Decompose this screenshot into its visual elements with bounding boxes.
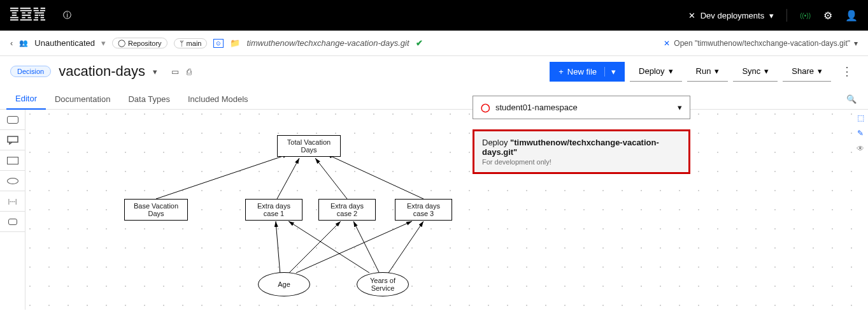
page-title: vacation-days xyxy=(59,63,145,80)
chevron-down-icon: ▾ xyxy=(678,103,682,112)
chevron-down-icon[interactable]: ▾ xyxy=(854,39,858,48)
chevron-down-icon: ▾ xyxy=(715,66,719,76)
gear-icon[interactable]: ⚙ xyxy=(823,10,832,22)
openshift-icon: ◯ xyxy=(481,103,490,112)
back-icon[interactable]: ‹ xyxy=(10,38,13,48)
shape-palette: |---| xyxy=(0,110,25,310)
svg-rect-1 xyxy=(10,10,18,11)
eye-icon[interactable]: 👁 xyxy=(857,144,864,153)
palette-rounded-rect[interactable] xyxy=(0,110,25,130)
breadcrumb-bar: ‹ 👥 Unauthenticated ▾ ◯ Repository ᛘ mai… xyxy=(0,31,868,56)
tab-data-types[interactable]: Data Types xyxy=(119,89,179,109)
title-bar: Decision vacation-days ▾ ▭ ⎙ + New file … xyxy=(0,56,868,87)
deploy-button[interactable]: Deploy ▾ xyxy=(630,61,681,82)
kebab-menu-icon[interactable]: ⋮ xyxy=(836,64,858,78)
svg-rect-6 xyxy=(20,8,31,9)
svg-rect-19 xyxy=(39,12,44,13)
auth-status[interactable]: Unauthenticated xyxy=(34,38,95,48)
run-button[interactable]: Run ▾ xyxy=(687,61,729,82)
palette-text[interactable]: |---| xyxy=(0,191,25,212)
palette-oval[interactable] xyxy=(0,171,25,191)
dev-deployments-label: Dev deployments xyxy=(701,11,764,20)
repo-path: timwuthenow/techxchange-vacation-days.gi… xyxy=(246,38,409,48)
diagram-canvas[interactable]: Total Vacation Days Base Vacation Days E… xyxy=(25,110,853,310)
palette-rect[interactable] xyxy=(0,150,25,171)
divider xyxy=(786,9,787,22)
decision-badge: Decision xyxy=(10,66,51,77)
chevron-down-icon: ▾ xyxy=(669,66,673,76)
sync-button[interactable]: Sync ▾ xyxy=(733,61,778,82)
branch-icon: ᛘ xyxy=(180,40,184,47)
branch-chip[interactable]: ᛘ main xyxy=(174,38,208,48)
new-file-button[interactable]: + New file ▾ xyxy=(550,62,625,82)
chevron-down-icon: ▾ xyxy=(818,66,822,76)
dev-deployments-menu[interactable]: ✕ Dev deployments ▾ xyxy=(688,11,774,20)
tab-editor[interactable]: Editor xyxy=(6,89,46,110)
node-age[interactable]: Age xyxy=(258,272,310,296)
svg-rect-2 xyxy=(12,12,17,13)
search-icon[interactable]: 🔍 xyxy=(841,89,862,109)
status-indicator-icon[interactable]: ((•)) xyxy=(800,12,811,19)
svg-rect-13 xyxy=(20,19,32,20)
tab-documentation[interactable]: Documentation xyxy=(46,89,119,109)
svg-line-30 xyxy=(315,158,347,199)
top-header: ⓘ ✕ Dev deployments ▾ ((•)) ⚙ 👤 xyxy=(0,0,868,31)
svg-rect-0 xyxy=(10,8,18,9)
svg-line-34 xyxy=(296,221,412,273)
vscode-icon: ✕ xyxy=(664,39,670,48)
deploy-item-subtitle: For development only! xyxy=(482,158,681,166)
chevron-down-icon[interactable]: ▾ xyxy=(153,67,157,76)
folder-icon: 📁 xyxy=(230,38,240,48)
plus-icon: + xyxy=(559,67,564,76)
info-icon[interactable]: ⓘ xyxy=(63,10,71,21)
satellite-icon: ✕ xyxy=(688,11,695,20)
chevron-down-icon: ▾ xyxy=(769,11,774,20)
svg-rect-22 xyxy=(41,15,45,16)
svg-rect-14 xyxy=(34,8,38,9)
ibm-logo[interactable] xyxy=(10,8,45,24)
share-button[interactable]: Share ▾ xyxy=(783,61,831,82)
svg-rect-26 xyxy=(41,19,45,20)
svg-rect-15 xyxy=(41,8,45,9)
svg-line-29 xyxy=(277,158,299,199)
svg-rect-7 xyxy=(20,10,32,11)
user-icon[interactable]: 👤 xyxy=(845,10,858,22)
map-icon[interactable]: ⬚ xyxy=(857,113,864,122)
svg-rect-21 xyxy=(39,15,40,16)
svg-line-31 xyxy=(327,154,423,199)
svg-line-37 xyxy=(388,221,423,273)
node-extra-days-case-3[interactable]: Extra days case 3 xyxy=(395,199,452,221)
svg-rect-24 xyxy=(41,17,45,18)
svg-rect-20 xyxy=(35,15,39,16)
namespace-value: student01-namespace xyxy=(495,103,672,112)
chevron-down-icon[interactable]: ▾ xyxy=(101,38,106,48)
print-icon[interactable]: ⎙ xyxy=(187,67,192,76)
node-base-vacation-days[interactable]: Base Vacation Days xyxy=(124,199,188,221)
svg-rect-16 xyxy=(34,10,39,11)
edit-icon[interactable]: ✎ xyxy=(857,129,864,138)
node-total-vacation-days[interactable]: Total Vacation Days xyxy=(277,135,341,157)
github-icon: ◯ xyxy=(118,39,125,47)
node-extra-days-case-2[interactable]: Extra days case 2 xyxy=(318,199,376,221)
tabs-bar: Editor Documentation Data Types Included… xyxy=(0,87,868,110)
svg-rect-9 xyxy=(28,12,32,13)
namespace-select[interactable]: ◯ student01-namespace ▾ xyxy=(473,96,690,119)
palette-small-rect[interactable] xyxy=(0,212,25,232)
tab-included-models[interactable]: Included Models xyxy=(179,89,257,109)
right-palette: ⬚ ✎ 👁 xyxy=(853,110,868,310)
node-years-of-service[interactable]: Years of Service xyxy=(357,272,409,296)
target-icon[interactable]: ⊙ xyxy=(213,39,224,48)
svg-rect-10 xyxy=(22,15,31,16)
users-icon: 👥 xyxy=(19,39,28,47)
open-in-vscode[interactable]: Open "timwuthenow/techxchange-vacation-d… xyxy=(674,39,850,48)
monitor-icon[interactable]: ▭ xyxy=(171,67,179,76)
palette-callout[interactable] xyxy=(0,130,25,150)
node-extra-days-case-1[interactable]: Extra days case 1 xyxy=(245,199,302,221)
svg-rect-11 xyxy=(22,17,25,18)
svg-rect-17 xyxy=(40,10,45,11)
deploy-item[interactable]: Deploy "timwuthenow/techxchange-vacation… xyxy=(473,129,690,174)
svg-rect-27 xyxy=(8,136,18,142)
svg-rect-8 xyxy=(22,12,25,13)
svg-rect-4 xyxy=(10,17,18,18)
repository-chip[interactable]: ◯ Repository xyxy=(112,38,167,48)
